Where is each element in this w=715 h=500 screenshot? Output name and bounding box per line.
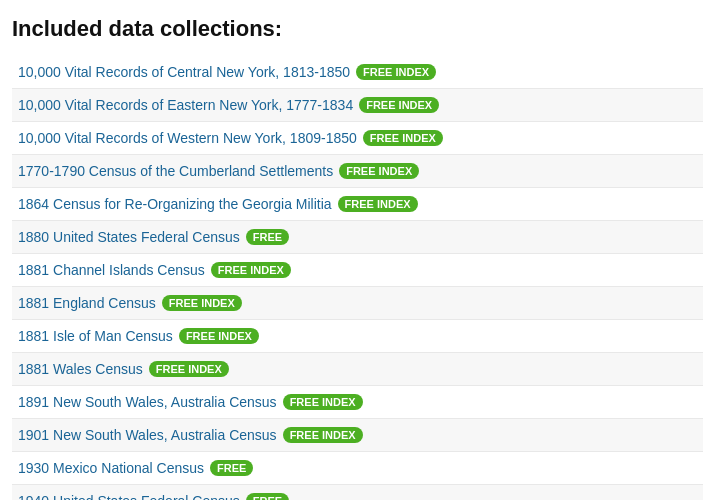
list-item: 1770-1790 Census of the Cumberland Settl… bbox=[12, 155, 703, 188]
collection-badge: FREE INDEX bbox=[162, 295, 242, 311]
list-item: 10,000 Vital Records of Western New York… bbox=[12, 122, 703, 155]
list-item: 1881 England CensusFREE INDEX bbox=[12, 287, 703, 320]
collection-badge: FREE INDEX bbox=[149, 361, 229, 377]
list-item: 1881 Isle of Man CensusFREE INDEX bbox=[12, 320, 703, 353]
collection-link[interactable]: 10,000 Vital Records of Central New York… bbox=[18, 64, 350, 80]
page-container: Included data collections: 10,000 Vital … bbox=[0, 0, 715, 500]
collection-link[interactable]: 1901 New South Wales, Australia Census bbox=[18, 427, 277, 443]
list-item: 1880 United States Federal CensusFREE bbox=[12, 221, 703, 254]
collection-badge: FREE INDEX bbox=[339, 163, 419, 179]
collection-link[interactable]: 1930 Mexico National Census bbox=[18, 460, 204, 476]
collection-badge: FREE bbox=[246, 229, 289, 245]
collection-badge: FREE INDEX bbox=[359, 97, 439, 113]
list-item: 1864 Census for Re-Organizing the Georgi… bbox=[12, 188, 703, 221]
collection-badge: FREE INDEX bbox=[179, 328, 259, 344]
collection-badge: FREE INDEX bbox=[356, 64, 436, 80]
collection-link[interactable]: 1864 Census for Re-Organizing the Georgi… bbox=[18, 196, 332, 212]
list-item: 10,000 Vital Records of Eastern New York… bbox=[12, 89, 703, 122]
collection-badge: FREE bbox=[246, 493, 289, 500]
collection-badge: FREE INDEX bbox=[283, 394, 363, 410]
list-item: 1891 New South Wales, Australia CensusFR… bbox=[12, 386, 703, 419]
collection-list: 10,000 Vital Records of Central New York… bbox=[12, 56, 703, 500]
page-title: Included data collections: bbox=[12, 16, 703, 42]
collection-link[interactable]: 10,000 Vital Records of Western New York… bbox=[18, 130, 357, 146]
collection-link[interactable]: 10,000 Vital Records of Eastern New York… bbox=[18, 97, 353, 113]
collection-badge: FREE INDEX bbox=[338, 196, 418, 212]
collection-badge: FREE INDEX bbox=[211, 262, 291, 278]
list-item: 1940 United States Federal CensusFREE bbox=[12, 485, 703, 500]
collection-link[interactable]: 1940 United States Federal Census bbox=[18, 493, 240, 500]
collection-link[interactable]: 1891 New South Wales, Australia Census bbox=[18, 394, 277, 410]
collection-link[interactable]: 1881 Wales Census bbox=[18, 361, 143, 377]
collection-badge: FREE INDEX bbox=[283, 427, 363, 443]
list-item: 1930 Mexico National CensusFREE bbox=[12, 452, 703, 485]
list-item: 1901 New South Wales, Australia CensusFR… bbox=[12, 419, 703, 452]
collection-link[interactable]: 1770-1790 Census of the Cumberland Settl… bbox=[18, 163, 333, 179]
collection-badge: FREE bbox=[210, 460, 253, 476]
list-item: 10,000 Vital Records of Central New York… bbox=[12, 56, 703, 89]
list-item: 1881 Wales CensusFREE INDEX bbox=[12, 353, 703, 386]
collection-link[interactable]: 1881 Channel Islands Census bbox=[18, 262, 205, 278]
collection-link[interactable]: 1880 United States Federal Census bbox=[18, 229, 240, 245]
collection-link[interactable]: 1881 England Census bbox=[18, 295, 156, 311]
collection-badge: FREE INDEX bbox=[363, 130, 443, 146]
collection-link[interactable]: 1881 Isle of Man Census bbox=[18, 328, 173, 344]
list-item: 1881 Channel Islands CensusFREE INDEX bbox=[12, 254, 703, 287]
